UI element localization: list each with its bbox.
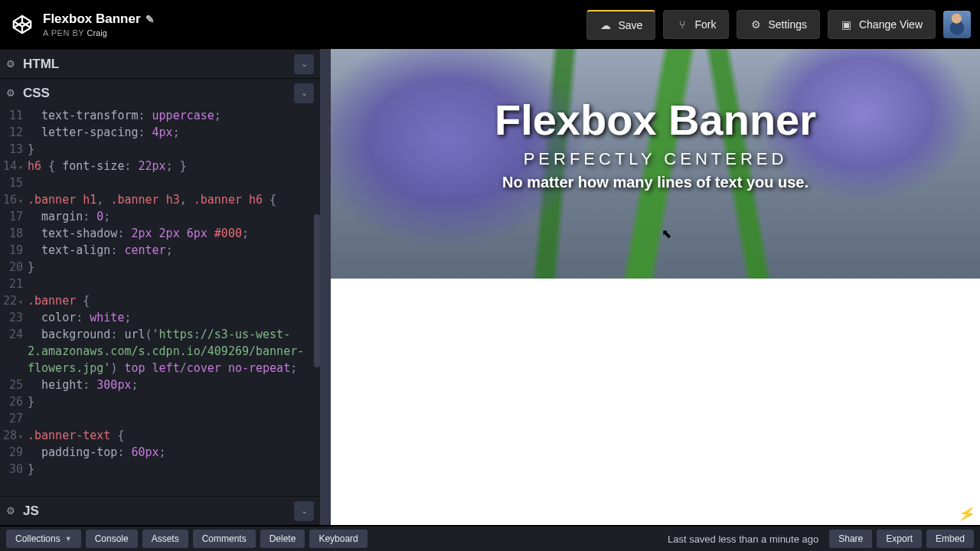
banner-subheading: Perfectly Centered xyxy=(524,149,788,169)
html-label: HTML xyxy=(23,57,59,72)
scrollbar-track[interactable] xyxy=(314,107,320,496)
comments-button[interactable]: Comments xyxy=(193,530,256,548)
assets-button[interactable]: Assets xyxy=(142,530,188,548)
collections-label: Collections xyxy=(15,533,60,544)
css-code[interactable]: text-transform: uppercase; letter-spacin… xyxy=(28,107,320,496)
delete-button[interactable]: Delete xyxy=(260,530,305,548)
gear-icon: ⚙ xyxy=(750,18,762,31)
js-label: JS xyxy=(23,504,39,519)
console-button[interactable]: Console xyxy=(86,530,138,548)
byline-prefix: A PEN BY xyxy=(43,28,84,37)
html-gear-icon[interactable]: ⚙ xyxy=(6,58,15,70)
dropdown-icon: ▼ xyxy=(65,535,72,543)
fork-button[interactable]: ⑂ Fork xyxy=(663,10,729,39)
collections-button[interactable]: Collections ▼ xyxy=(6,530,81,548)
fork-icon: ⑂ xyxy=(676,18,688,31)
editor-column: ⚙ HTML ⌄ ⚙ CSS ⌄ 11121314151617181920212… xyxy=(0,49,331,525)
pen-title[interactable]: Flexbox Banner ✎ xyxy=(43,11,155,27)
change-view-button[interactable]: ▣ Change View xyxy=(828,10,936,39)
banner: Flexbox Banner Perfectly Centered No mat… xyxy=(331,49,980,279)
edit-title-icon[interactable]: ✎ xyxy=(145,13,155,25)
save-status: Last saved less than a minute ago xyxy=(668,533,825,545)
settings-button[interactable]: ⚙ Settings xyxy=(737,10,820,39)
top-buttons: ☁ Save ⑂ Fork ⚙ Settings ▣ Change View xyxy=(586,10,971,40)
layout-icon: ▣ xyxy=(841,18,853,31)
cloud-save-icon: ☁ xyxy=(599,19,612,31)
html-collapse-icon[interactable]: ⌄ xyxy=(294,54,314,74)
share-button[interactable]: Share xyxy=(829,530,872,548)
change-view-label: Change View xyxy=(859,18,923,31)
main-area: ⚙ HTML ⌄ ⚙ CSS ⌄ 11121314151617181920212… xyxy=(0,49,980,525)
byline: A PEN BY Craig xyxy=(43,28,155,37)
js-panel-header[interactable]: ⚙ JS ⌄ xyxy=(0,496,320,525)
line-gutter: 1112131415161718192021222324252627282930 xyxy=(0,107,28,496)
js-gear-icon[interactable]: ⚙ xyxy=(6,505,15,517)
top-bar: Flexbox Banner ✎ A PEN BY Craig ☁ Save ⑂… xyxy=(0,0,980,49)
css-gear-icon[interactable]: ⚙ xyxy=(6,87,15,99)
author-link[interactable]: Craig xyxy=(87,28,107,37)
css-panel-header[interactable]: ⚙ CSS ⌄ xyxy=(0,78,320,107)
css-label: CSS xyxy=(23,86,50,101)
scrollbar-thumb[interactable] xyxy=(314,214,320,367)
save-label: Save xyxy=(618,19,642,31)
css-editor[interactable]: 1112131415161718192021222324252627282930… xyxy=(0,107,320,496)
title-group: Flexbox Banner ✎ A PEN BY Craig xyxy=(43,11,155,37)
user-avatar[interactable] xyxy=(943,11,971,38)
pen-title-text: Flexbox Banner xyxy=(43,11,141,27)
fork-label: Fork xyxy=(694,18,716,31)
html-panel-header[interactable]: ⚙ HTML ⌄ xyxy=(0,49,320,78)
embed-button[interactable]: Embed xyxy=(926,530,974,548)
preview-pane: Flexbox Banner Perfectly Centered No mat… xyxy=(331,49,980,525)
codepen-logo[interactable] xyxy=(9,11,35,37)
save-button[interactable]: ☁ Save xyxy=(586,10,655,40)
banner-heading: Flexbox Banner xyxy=(495,95,816,145)
bottom-bar: Collections ▼ Console Assets Comments De… xyxy=(0,525,980,551)
css-collapse-icon[interactable]: ⌄ xyxy=(294,83,314,103)
keyboard-button[interactable]: Keyboard xyxy=(309,530,367,548)
banner-caption: No matter how many lines of text you use… xyxy=(502,174,808,191)
export-button[interactable]: Export xyxy=(877,530,922,548)
js-collapse-icon[interactable]: ⌄ xyxy=(294,501,314,521)
settings-label: Settings xyxy=(768,18,807,31)
